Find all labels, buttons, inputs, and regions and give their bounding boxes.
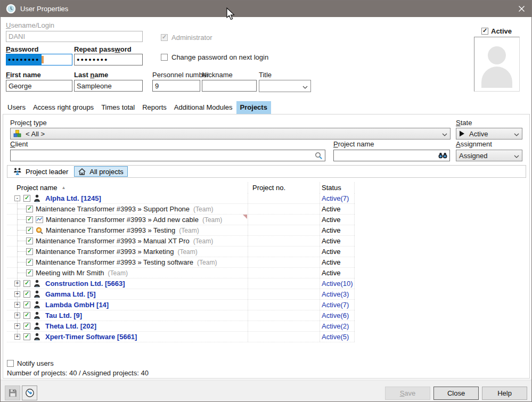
repeat-password-input[interactable]: ●●●●●●●● (74, 54, 143, 65)
project-name-text: Maintenance Transformer #3993 » Manual X… (36, 237, 190, 245)
table-row[interactable]: Maintenance Transformer #3993 » Add new … (7, 215, 355, 225)
row-checkbox[interactable] (23, 195, 30, 202)
tree-connector (18, 209, 26, 209)
person-icon (34, 290, 40, 298)
project-no-cell (248, 257, 320, 267)
text-caret (42, 56, 44, 63)
search-icon[interactable] (315, 152, 323, 160)
first-name-input[interactable]: George (6, 80, 72, 92)
row-checkbox[interactable] (26, 216, 33, 223)
project-name-text: Tau Ltd. [9] (45, 311, 82, 319)
table-row[interactable]: Maintenance Transformer #3993 » Testing … (7, 257, 355, 268)
team-label: (Team) (202, 216, 222, 224)
column-status[interactable]: Status (320, 182, 355, 193)
close-dialog-button[interactable]: Close (433, 387, 479, 400)
password-input[interactable]: ●●●●●●●● (6, 54, 72, 65)
table-row[interactable]: +Construction Ltd. [5663]Active(10) (7, 278, 355, 289)
expand-icon[interactable]: + (14, 323, 20, 329)
all-projects-button[interactable]: All projects (74, 166, 128, 177)
tab-users[interactable]: Users (4, 101, 29, 114)
column-project-name[interactable]: Project name ▲ (7, 182, 248, 193)
expand-icon[interactable]: + (14, 291, 20, 297)
table-row[interactable]: Maintenance Transformer #3993 » Marketin… (7, 247, 355, 257)
administrator-checkbox[interactable] (161, 34, 168, 41)
expand-icon[interactable]: + (14, 334, 20, 340)
team-label: (Team) (108, 269, 128, 277)
team-label: (Team) (179, 227, 199, 234)
tree-connector (18, 230, 26, 231)
personnel-number-input[interactable]: 9 (152, 80, 200, 92)
row-checkbox[interactable] (26, 259, 33, 266)
tab-access-right-groups[interactable]: Access right groups (29, 101, 97, 114)
row-checkbox[interactable] (26, 237, 33, 244)
project-name-filter-input[interactable] (333, 150, 450, 161)
status-text: Active (320, 204, 355, 214)
active-checkbox[interactable] (481, 28, 488, 35)
person-icon (34, 194, 40, 202)
project-no-cell (248, 215, 320, 225)
table-row[interactable]: +Theta Ltd. [202]Active(2) (7, 321, 355, 332)
row-checkbox[interactable] (23, 291, 30, 298)
row-checkbox[interactable] (23, 280, 30, 287)
expand-icon[interactable]: + (14, 302, 20, 308)
row-checkbox[interactable] (23, 312, 30, 319)
title-select[interactable] (259, 80, 311, 92)
close-icon (518, 5, 525, 12)
person-icon (34, 301, 40, 309)
table-row[interactable]: +Lambda GmbH [14]Active(7) (7, 300, 355, 310)
username-input[interactable]: DANI (6, 31, 143, 42)
tab-additional-modules[interactable]: Additional Modules (170, 101, 236, 114)
table-row[interactable]: Maintenance Transformer #3993 » Support … (7, 204, 355, 215)
tab-times-total[interactable]: Times total (97, 101, 138, 114)
expand-icon[interactable]: + (14, 281, 20, 286)
assignment-select[interactable]: Assigned (456, 150, 522, 161)
state-select[interactable]: Active (456, 128, 522, 140)
table-row[interactable]: Meeting with Mr Smith(Team)Active (7, 268, 355, 278)
project-name-text: Gamma Ltd. [5] (45, 290, 96, 298)
help-button[interactable]: Help (482, 387, 527, 400)
tab-projects[interactable]: Projects (236, 101, 271, 114)
notify-users-checkbox[interactable] (7, 360, 14, 367)
row-checkbox[interactable] (23, 301, 30, 308)
client-input[interactable] (10, 150, 325, 161)
row-checkbox[interactable] (23, 323, 30, 330)
row-checkbox[interactable] (26, 227, 33, 234)
titlebar: User Properties (1, 1, 531, 17)
project-leader-button[interactable]: Project leader (10, 166, 72, 177)
save-button[interactable]: Save (385, 387, 430, 400)
column-project-no[interactable]: Project no. (248, 182, 320, 193)
table-row[interactable]: +Gamma Ltd. [5]Active(3) (7, 289, 355, 300)
row-checkbox[interactable] (26, 269, 33, 276)
binoculars-icon[interactable] (438, 152, 447, 159)
change-password-checkbox[interactable] (161, 54, 168, 61)
row-checkbox[interactable] (26, 248, 33, 255)
table-row[interactable]: -Alpha Ltd. [1245]Active(7) (7, 193, 355, 204)
table-row[interactable]: Maintenance Transformer #3993 » Manual X… (7, 236, 355, 247)
project-type-label: Project type (10, 119, 47, 127)
chart-icon (36, 216, 43, 223)
assignment-label: Assignment (456, 140, 492, 148)
project-type-select[interactable]: < All > (10, 128, 451, 140)
user-properties-dialog: User Properties Usename/Login DANI Admin… (0, 0, 532, 402)
last-name-label: Last name (74, 71, 108, 79)
view-toggle-bar: Project leader All projects (7, 165, 526, 178)
row-checkbox[interactable] (23, 333, 30, 340)
tree-connector (18, 251, 26, 252)
collapse-icon[interactable]: - (14, 195, 20, 201)
first-name-label: First name (6, 71, 41, 79)
close-button[interactable] (511, 1, 531, 17)
last-name-input[interactable]: Sampleone (74, 80, 143, 92)
expand-icon[interactable]: + (14, 313, 20, 318)
table-row[interactable]: +Xpert-Timer Software [5661]Active(5) (7, 332, 355, 342)
status-text: Active (320, 215, 355, 225)
floppy-disk-button[interactable] (5, 385, 20, 400)
project-no-cell (248, 310, 320, 321)
floppy-disk-icon (9, 389, 17, 397)
nickname-input[interactable] (202, 80, 257, 92)
row-checkbox[interactable] (26, 206, 33, 212)
table-row[interactable]: +Tau Ltd. [9]Active(6) (7, 310, 355, 321)
tab-reports[interactable]: Reports (138, 101, 170, 114)
table-row[interactable]: Maintenance Transformer #3993 » Testing(… (7, 225, 355, 236)
status-text: Active (320, 247, 355, 257)
circle-arrow-button[interactable] (22, 385, 37, 400)
